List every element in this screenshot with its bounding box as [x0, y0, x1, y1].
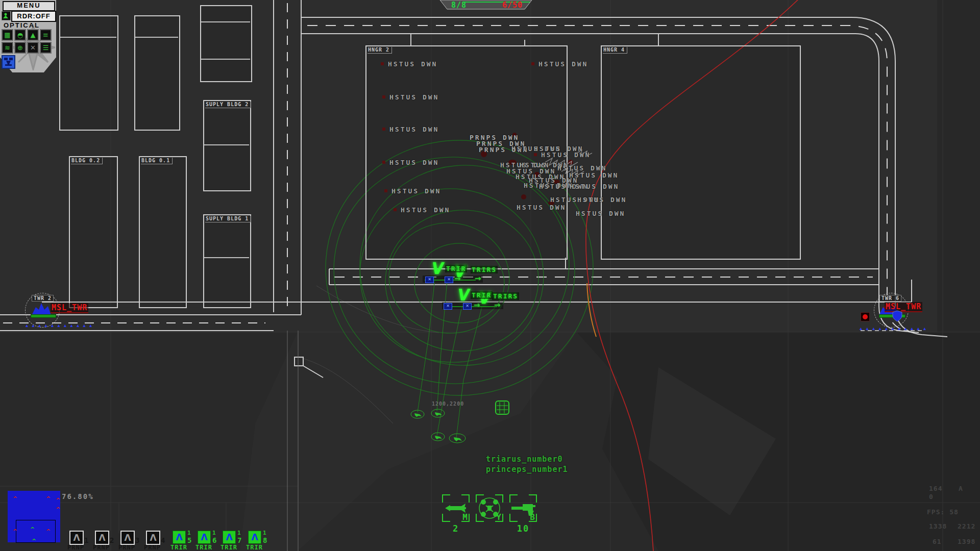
- unit-chevron-icon: Λ: [223, 531, 236, 544]
- list-icon[interactable]: ☰: [40, 42, 52, 54]
- squad-count: 1: [187, 530, 191, 536]
- weapon-ammo-count: 10: [509, 523, 537, 534]
- squad-count: 1: [263, 530, 266, 536]
- unit-chevron-icon: Λ: [173, 531, 186, 544]
- building-north-annex: [200, 5, 252, 82]
- move-arrow-icon: →: [474, 300, 480, 310]
- minimap-enemy-mark: ^: [56, 498, 60, 503]
- minimap[interactable]: ^ ^ ^ ^ ^ ^ ^ ^: [8, 491, 60, 542]
- squad-label: TRIR: [220, 544, 237, 551]
- waypoint-icon[interactable]: ✕: [445, 277, 453, 283]
- unit-chevron-icon: Λ: [69, 531, 84, 545]
- minimap-friendly-mark: ^: [30, 528, 35, 532]
- squad-label: PRNP: [93, 544, 110, 551]
- squad-count: 1: [212, 530, 216, 536]
- building-label: BLDG 0.1: [141, 158, 173, 164]
- capacity-count: 6/50: [502, 1, 523, 10]
- status-label-hstus-down: HSTUS DWN: [401, 206, 450, 214]
- selection-readout: triarus_number0 princeps_number1: [486, 454, 568, 474]
- crosshair-icon[interactable]: ⊕: [14, 42, 26, 54]
- debug-value: 0: [929, 493, 934, 500]
- shield-icon: [892, 310, 902, 322]
- radar-toggle-button[interactable]: RDR:OFF: [11, 11, 56, 22]
- building-supply-2: SUPLY BLDG 2: [203, 100, 251, 191]
- building-label: BLDG 0.2: [71, 158, 103, 164]
- squad-slot-trir-7[interactable]: Λ17TRIR: [223, 531, 246, 551]
- unit-label: TRIR: [471, 291, 493, 299]
- squad-slot-trir-8[interactable]: Λ18TRIR: [248, 531, 272, 551]
- projector-icon[interactable]: [2, 55, 15, 69]
- grid-icon[interactable]: ▦: [2, 29, 13, 41]
- weapon-slot-missile[interactable]: M: [442, 494, 470, 522]
- selected-unit-name: princeps_number1: [486, 464, 568, 474]
- wave-icon[interactable]: ≋: [2, 42, 13, 54]
- squad-number: 7: [237, 536, 241, 544]
- route-segment-orange: [587, 283, 596, 337]
- squad-slot-prnp-2[interactable]: Λ2PRNP: [95, 531, 118, 551]
- minimap-enemy-mark: ^: [13, 497, 17, 501]
- terrain-icon[interactable]: ▲: [27, 29, 39, 41]
- squad-slot-prnp-3[interactable]: Λ3PRNP: [120, 531, 144, 551]
- move-arrow-icon: →: [454, 274, 461, 283]
- weapon-key-letter: B: [530, 512, 535, 522]
- dome-icon[interactable]: ◓: [14, 29, 26, 41]
- weapon-slot-drone[interactable]: Y: [476, 494, 503, 522]
- tower-2-health-bar: [31, 314, 56, 318]
- waypoint-icon[interactable]: ✕: [444, 303, 452, 310]
- waypoint-icon[interactable]: ✕: [463, 303, 472, 310]
- minimap-enemy-mark: ^: [46, 497, 51, 501]
- building-label: SUPLY BLDG 2: [205, 102, 251, 108]
- debug-value: 1398: [958, 538, 975, 545]
- weapon-key-letter: Y: [496, 512, 501, 522]
- building-barracks-a: [59, 15, 118, 131]
- weapon-key-letter: M: [462, 512, 468, 522]
- tower-6-type-label: MSL_TWR: [885, 302, 922, 312]
- squad-slot-trir-6[interactable]: Λ16TRIR: [198, 531, 221, 551]
- waypoint-icon[interactable]: ✕: [425, 277, 434, 283]
- squad-label: PRNP: [118, 544, 135, 551]
- tower-2-type-label: MSL_TWR: [51, 303, 88, 313]
- status-label-hstus-down: HSTUS DWN: [576, 210, 625, 217]
- status-label-hstus-down: HSTUS DWN: [541, 151, 591, 159]
- minimap-friendly-mark: ^: [32, 539, 36, 543]
- menu-button[interactable]: MENU: [3, 1, 55, 11]
- chart-icon[interactable]: ≡: [40, 29, 52, 41]
- building-supply-1: SUPLY BLDG 1: [203, 214, 251, 308]
- unit-chevron-icon: Λ: [120, 531, 135, 545]
- supply-crate-icon[interactable]: [496, 401, 509, 414]
- squad-slot-trir-5[interactable]: Λ15TRIR: [173, 531, 196, 551]
- debug-value: 2212: [958, 522, 975, 530]
- minimap-enemy-mark: ^: [13, 530, 17, 534]
- minimap-enemy-mark: ^: [56, 508, 60, 512]
- squad-number: 5: [187, 536, 191, 544]
- weapon-slot-gun[interactable]: B: [509, 494, 537, 522]
- squad-slot-prnp-1[interactable]: Λ1PRNP: [69, 531, 93, 551]
- debug-value: A: [959, 485, 963, 492]
- debug-value: 61: [933, 538, 942, 545]
- unit-chevron-icon: Λ: [248, 531, 261, 544]
- status-label-hstus-down: HSTUS DWN: [389, 93, 439, 101]
- squad-label: PRNP: [144, 544, 161, 551]
- unit-label: TRIRS: [471, 266, 498, 273]
- squad-number: 1: [84, 536, 88, 544]
- tower-2-ammo-ticks: ▴ ▴ ▴ ▴ ▴ ▴ ▴ ▴ ▴ ▴ ▴: [26, 322, 93, 328]
- disabled-icon[interactable]: ✕: [27, 42, 39, 54]
- fps-counter: FPS: 58: [927, 508, 959, 516]
- squad-label: TRIR: [195, 544, 212, 551]
- building-hangar-2: HNGR 2: [365, 45, 568, 260]
- debug-value: 164: [929, 485, 942, 492]
- enemy-contact-icon[interactable]: [861, 312, 870, 321]
- building-label: HNGR 2: [368, 47, 392, 54]
- weapon-ammo-count: 2: [442, 523, 470, 534]
- status-label-hstus-down: HSTUS DWN: [538, 60, 588, 68]
- squad-number: 2: [110, 536, 114, 544]
- building-bldg-0-2: BLDG 0.2: [69, 156, 118, 308]
- building-label: SUPLY BLDG 1: [205, 216, 251, 222]
- status-label-hstus-down: HSTUS DWN: [391, 187, 441, 195]
- unit-chevron-icon: Λ: [198, 531, 211, 544]
- building-bldg-0-1: BLDG 0.1: [139, 156, 187, 308]
- squad-label: TRIR: [170, 544, 187, 551]
- squad-number: 3: [135, 536, 139, 544]
- minimap-enemy-mark: ^: [46, 530, 51, 534]
- squad-slot-prnp-4[interactable]: Λ4PRNP: [146, 531, 169, 551]
